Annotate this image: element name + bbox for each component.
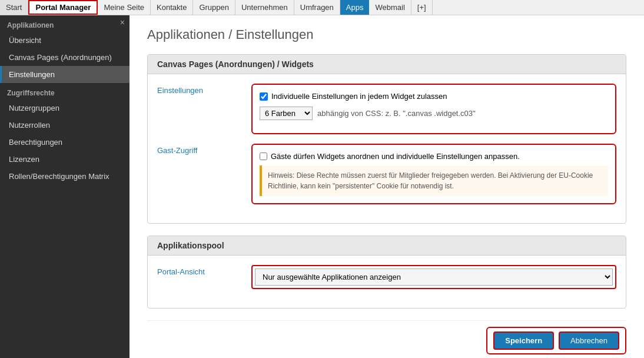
gast-zugriff-row: Gast-Zugriff Gäste dürfen Widgets anordn… bbox=[157, 144, 616, 204]
nav-item-umfragen[interactable]: Umfragen bbox=[294, 0, 340, 15]
warning-box: Hinweis: Diese Rechte müssen zuerst für … bbox=[260, 165, 608, 196]
top-navigation: Start Portal Manager Meine Seite Kontakt… bbox=[0, 0, 644, 15]
nav-item-gruppen[interactable]: Gruppen bbox=[193, 0, 235, 15]
nav-item-webmail[interactable]: Webmail bbox=[369, 0, 411, 15]
action-row: Speichern Abbrechen bbox=[147, 320, 626, 358]
buttons-highlight-box: Speichern Abbrechen bbox=[486, 327, 626, 354]
cancel-button[interactable]: Abbrechen bbox=[559, 332, 619, 350]
sidebar-close-button[interactable]: × bbox=[120, 18, 125, 27]
sidebar-item-berechtigungen[interactable]: Berechtigungen bbox=[0, 134, 130, 151]
portal-ansicht-field: Nur ausgewählte Applikationen anzeigen A… bbox=[251, 265, 616, 289]
gast-zugriff-label: Gast-Zugriff bbox=[157, 144, 251, 155]
individuelle-einstellungen-checkbox[interactable] bbox=[260, 92, 268, 101]
applikationspool-section-body: Portal-Ansicht Nur ausgewählte Applikati… bbox=[148, 256, 626, 308]
color-row: 6 Farben 3 Farben 12 Farben abhängig von… bbox=[260, 107, 608, 120]
sidebar-section-zugriffsrechte: Zugriffsrechte bbox=[0, 83, 130, 100]
gast-zugriff-highlight-box: Gäste dürfen Widgets anordnen und indivi… bbox=[251, 144, 616, 204]
sidebar: × Applikationen Übersicht Canvas Pages (… bbox=[0, 15, 130, 358]
color-description: abhängig von CSS: z. B. ".canvas .widget… bbox=[317, 109, 476, 118]
canvas-pages-section-header: Canvas Pages (Anordnungen) / Widgets bbox=[148, 55, 626, 74]
portal-ansicht-row: Portal-Ansicht Nur ausgewählte Applikati… bbox=[157, 265, 616, 289]
applikationspool-section-header: Applikationspool bbox=[148, 236, 626, 256]
main-content: Applikationen / Einstellungen Canvas Pag… bbox=[130, 15, 644, 358]
nav-item-apps[interactable]: Apps bbox=[340, 0, 370, 15]
portal-ansicht-select[interactable]: Nur ausgewählte Applikationen anzeigen A… bbox=[255, 268, 613, 286]
gast-checkbox-row: Gäste dürfen Widgets anordnen und indivi… bbox=[260, 152, 608, 161]
checkbox1-label: Individuelle Einstellungen in jedem Widg… bbox=[271, 92, 447, 101]
sidebar-item-nutzerrollen[interactable]: Nutzerrollen bbox=[0, 117, 130, 134]
page-title: Applikationen / Einstellungen bbox=[147, 27, 626, 42]
nav-item-unternehmen[interactable]: Unternehmen bbox=[235, 0, 294, 15]
portal-ansicht-label: Portal-Ansicht bbox=[157, 265, 251, 276]
nav-item-plus[interactable]: [+] bbox=[411, 0, 433, 15]
sidebar-item-einstellungen[interactable]: Einstellungen bbox=[0, 66, 130, 83]
sidebar-item-canvas-pages[interactable]: Canvas Pages (Anordnungen) bbox=[0, 49, 130, 66]
portal-dropdown-highlight: Nur ausgewählte Applikationen anzeigen A… bbox=[251, 265, 616, 289]
save-button[interactable]: Speichern bbox=[493, 332, 554, 350]
einstellungen-label: Einstellungen bbox=[157, 84, 251, 95]
gast-zugriff-field: Gäste dürfen Widgets anordnen und indivi… bbox=[251, 144, 616, 204]
sidebar-section-applikationen: Applikationen bbox=[0, 15, 130, 32]
nav-item-kontakte[interactable]: Kontakte bbox=[151, 0, 193, 15]
applikationspool-section: Applikationspool Portal-Ansicht Nur ausg… bbox=[147, 236, 626, 309]
einstellungen-row: Einstellungen Individuelle Einstellungen… bbox=[157, 84, 616, 134]
sidebar-item-nutzergruppen[interactable]: Nutzergruppen bbox=[0, 100, 130, 117]
sidebar-item-rollen-matrix[interactable]: Rollen/Berechtigungen Matrix bbox=[0, 168, 130, 185]
canvas-pages-section-body: Einstellungen Individuelle Einstellungen… bbox=[148, 74, 626, 223]
nav-item-meine-seite[interactable]: Meine Seite bbox=[98, 0, 151, 15]
canvas-pages-section: Canvas Pages (Anordnungen) / Widgets Ein… bbox=[147, 54, 626, 224]
nav-item-portal-manager[interactable]: Portal Manager bbox=[28, 0, 98, 15]
einstellungen-highlight-box: Individuelle Einstellungen in jedem Widg… bbox=[251, 84, 616, 134]
sidebar-item-lizenzen[interactable]: Lizenzen bbox=[0, 151, 130, 168]
sidebar-item-ubersicht[interactable]: Übersicht bbox=[0, 32, 130, 49]
checkbox1-row: Individuelle Einstellungen in jedem Widg… bbox=[260, 92, 608, 101]
color-select[interactable]: 6 Farben 3 Farben 12 Farben bbox=[260, 107, 313, 120]
main-layout: × Applikationen Übersicht Canvas Pages (… bbox=[0, 15, 644, 358]
gast-checkbox-label: Gäste dürfen Widgets anordnen und indivi… bbox=[271, 152, 520, 161]
einstellungen-field: Individuelle Einstellungen in jedem Widg… bbox=[251, 84, 616, 134]
nav-item-start[interactable]: Start bbox=[0, 0, 28, 15]
gast-checkbox[interactable] bbox=[260, 153, 267, 160]
